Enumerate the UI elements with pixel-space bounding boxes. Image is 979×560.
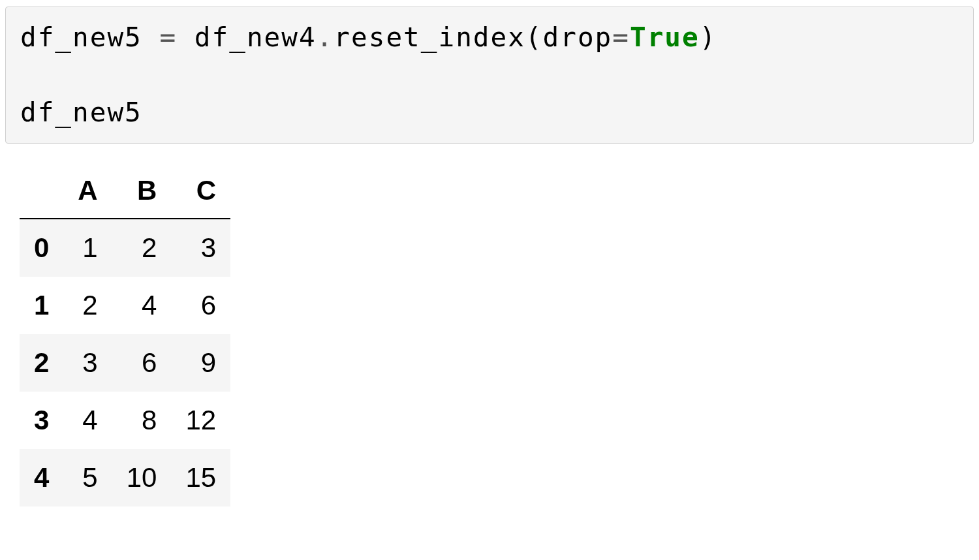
table-cell: 12 xyxy=(171,392,230,449)
table-cell: 9 xyxy=(171,334,230,392)
table-cell: 15 xyxy=(171,449,230,506)
row-index: 2 xyxy=(20,334,63,392)
table-cell: 4 xyxy=(112,277,172,334)
code-operator: = xyxy=(612,22,630,53)
row-index: 1 xyxy=(20,277,63,334)
code-input-cell[interactable]: df_new5 = df_new4.reset_index(drop=True)… xyxy=(5,7,974,144)
table-cell: 3 xyxy=(171,219,230,277)
table-row: 0 1 2 3 xyxy=(20,219,230,277)
table-row: 2 3 6 9 xyxy=(20,334,230,392)
table-cell: 2 xyxy=(112,219,172,277)
table-cell: 2 xyxy=(63,277,112,334)
code-text: reset_index(drop xyxy=(334,22,612,53)
table-cell: 6 xyxy=(171,277,230,334)
code-text: df_new5 xyxy=(20,22,159,53)
row-index: 3 xyxy=(20,392,63,449)
table-cell: 4 xyxy=(63,392,112,449)
column-header: C xyxy=(171,163,230,219)
index-header xyxy=(20,163,63,219)
code-operator: . xyxy=(317,22,334,53)
table-header: A B C xyxy=(20,163,230,219)
code-text: df_new4 xyxy=(177,22,316,53)
table-row: 1 2 4 6 xyxy=(20,277,230,334)
table-cell: 6 xyxy=(112,334,172,392)
table-cell: 5 xyxy=(63,449,112,506)
code-text: ) xyxy=(700,22,717,53)
table-row: 3 4 8 12 xyxy=(20,392,230,449)
dataframe-table: A B C 0 1 2 3 1 2 4 6 2 3 6 9 xyxy=(20,163,230,506)
column-header: A xyxy=(63,163,112,219)
table-cell: 1 xyxy=(63,219,112,277)
table-cell: 3 xyxy=(63,334,112,392)
code-text: df_new5 xyxy=(20,97,142,128)
code-keyword: True xyxy=(630,22,700,53)
table-row: 4 5 10 15 xyxy=(20,449,230,506)
table-cell: 8 xyxy=(112,392,172,449)
row-index: 4 xyxy=(20,449,63,506)
output-area: A B C 0 1 2 3 1 2 4 6 2 3 6 9 xyxy=(0,163,979,506)
code-operator: = xyxy=(159,22,177,53)
table-cell: 10 xyxy=(112,449,172,506)
column-header: B xyxy=(112,163,172,219)
table-body: 0 1 2 3 1 2 4 6 2 3 6 9 3 4 8 12 xyxy=(20,219,230,506)
row-index: 0 xyxy=(20,219,63,277)
